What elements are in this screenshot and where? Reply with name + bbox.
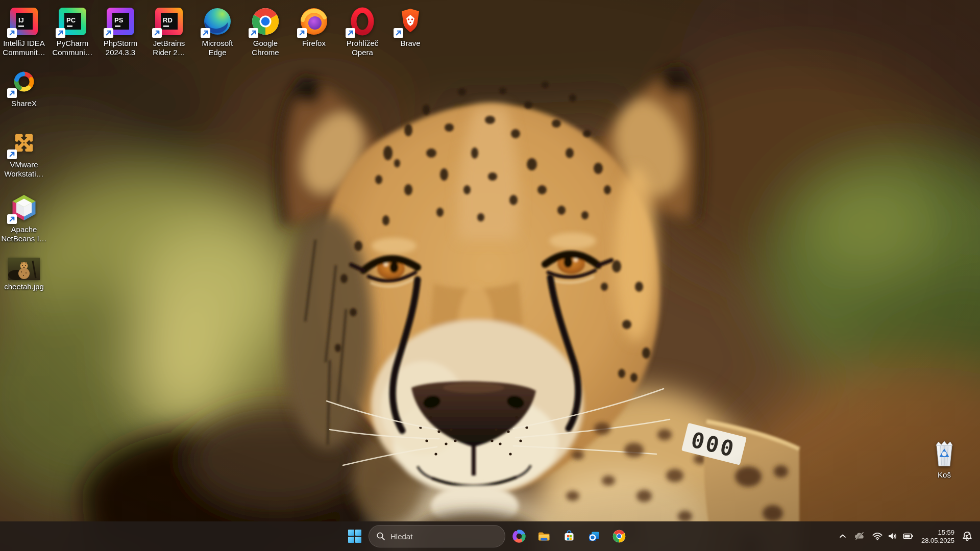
phpstorm-icon: PS — [105, 6, 136, 37]
cheetah-jpg-thumbnail — [8, 258, 40, 280]
shortcut-arrow-icon — [7, 149, 17, 159]
system-tray: 15:59 28.05.2025 — [835, 521, 976, 551]
svg-text:PS: PS — [114, 16, 124, 24]
quick-settings-button[interactable] — [868, 529, 917, 543]
desktop-icon-intellij-idea[interactable]: IJ IntelliJ IDEACommunit… — [0, 6, 48, 57]
desktop-icon-firefox[interactable]: Firefox — [290, 6, 338, 48]
start-button[interactable] — [344, 524, 366, 548]
taskbar-app-copilot[interactable] — [508, 524, 530, 548]
desktop-icon-google-chrome[interactable]: GoogleChrome — [241, 6, 289, 57]
desktop-icon-jetbrains-rider[interactable]: RD JetBrainsRider 2… — [145, 6, 193, 57]
brave-icon — [395, 6, 426, 37]
copilot-icon — [512, 529, 526, 543]
shortcut-arrow-icon — [346, 28, 355, 38]
shortcut-arrow-icon — [7, 28, 17, 38]
shortcut-arrow-icon — [7, 88, 17, 98]
wallpaper-cheetah-photo: 000 — [0, 0, 980, 551]
icon-label: VMwareWorkstati… — [4, 160, 43, 179]
rider-icon: RD — [154, 6, 184, 37]
windows-start-icon — [348, 530, 361, 543]
icon-label: ProhlížečOpera — [347, 39, 379, 57]
desktop-icon-apache-netbeans[interactable]: ApacheNetBeans I… — [0, 192, 48, 243]
desktop-icon-phpstorm[interactable]: PS PhpStorm2024.3.3 — [96, 6, 144, 57]
netbeans-icon — [9, 192, 39, 223]
icon-label: JetBrainsRider 2… — [153, 39, 185, 57]
shortcut-arrow-icon — [394, 28, 403, 38]
icon-label: Firefox — [302, 39, 326, 48]
icon-label: PyCharmCommuni… — [52, 39, 92, 57]
shortcut-arrow-icon — [297, 28, 307, 38]
icon-label: MicrosoftEdge — [202, 39, 233, 57]
sharex-icon — [9, 66, 39, 97]
vmware-workstation-icon — [9, 128, 39, 158]
shortcut-arrow-icon — [201, 28, 210, 38]
search-placeholder: Hledat — [390, 532, 412, 541]
tray-onedrive-button[interactable] — [851, 529, 868, 543]
desktop-icon-opera[interactable]: ProhlížečOpera — [338, 6, 386, 57]
taskbar-center: Hledat — [344, 521, 630, 551]
intellij-idea-icon: IJ — [9, 6, 39, 37]
icon-label: GoogleChrome — [252, 39, 279, 57]
wifi-icon — [871, 530, 884, 542]
outlook-icon — [587, 529, 601, 543]
opera-icon — [347, 6, 378, 37]
taskbar-app-microsoft-store[interactable] — [558, 524, 580, 548]
taskbar-app-chrome[interactable] — [608, 524, 630, 548]
file-explorer-icon — [537, 529, 551, 543]
desktop-file-cheetah-jpg[interactable]: cheetah.jpg — [0, 258, 48, 291]
svg-text:RD: RD — [163, 16, 173, 24]
do-not-disturb-bell-icon — [961, 530, 974, 543]
recycle-bin-icon — [929, 438, 960, 468]
svg-text:PC: PC — [66, 16, 76, 24]
desktop-icon-pycharm[interactable]: PC PyCharmCommuni… — [48, 6, 96, 57]
tray-chevron-up-button[interactable] — [835, 529, 851, 543]
icon-label: Koš — [938, 470, 951, 480]
desktop-icon-sharex[interactable]: ShareX — [0, 66, 48, 108]
taskbar-app-file-explorer[interactable] — [533, 524, 555, 548]
tray-clock[interactable]: 15:59 28.05.2025 — [917, 528, 959, 545]
shortcut-arrow-icon — [249, 28, 258, 38]
shortcut-arrow-icon — [56, 28, 65, 38]
icon-label: IntelliJ IDEACommunit… — [3, 39, 45, 57]
icon-label: cheetah.jpg — [4, 282, 44, 291]
clock-date: 28.05.2025 — [921, 537, 954, 544]
chevron-up-icon — [837, 530, 849, 542]
icon-label: ApacheNetBeans I… — [1, 225, 46, 243]
taskbar-app-outlook[interactable] — [583, 524, 605, 548]
pycharm-icon: PC — [57, 6, 88, 37]
firefox-icon — [299, 6, 329, 37]
shortcut-arrow-icon — [104, 28, 113, 38]
desktop-icon-brave[interactable]: Brave — [386, 6, 434, 48]
volume-icon — [887, 530, 899, 542]
icon-label: PhpStorm2024.3.3 — [104, 39, 138, 57]
icon-label: Brave — [400, 39, 420, 48]
onedrive-offline-icon — [853, 530, 866, 542]
desktop-icon-microsoft-edge[interactable]: MicrosoftEdge — [193, 6, 241, 57]
notification-center-button[interactable] — [959, 529, 976, 544]
clock-time: 15:59 — [938, 529, 954, 536]
shortcut-arrow-icon — [7, 214, 17, 224]
search-icon — [376, 532, 385, 541]
desktop-icon-vmware-workstation[interactable]: VMwareWorkstati… — [0, 128, 48, 179]
desktop-icon-recycle-bin[interactable]: Koš — [920, 438, 968, 480]
battery-icon — [902, 530, 914, 542]
shortcut-arrow-icon — [152, 28, 162, 38]
chrome-taskbar-icon — [612, 529, 626, 543]
svg-text:IJ: IJ — [18, 16, 24, 24]
edge-icon — [202, 6, 233, 37]
chrome-icon — [250, 6, 281, 37]
icon-label: ShareX — [11, 99, 37, 108]
taskbar-search-input[interactable]: Hledat — [369, 525, 505, 547]
taskbar: Hledat — [0, 521, 980, 551]
microsoft-store-icon — [562, 529, 576, 543]
